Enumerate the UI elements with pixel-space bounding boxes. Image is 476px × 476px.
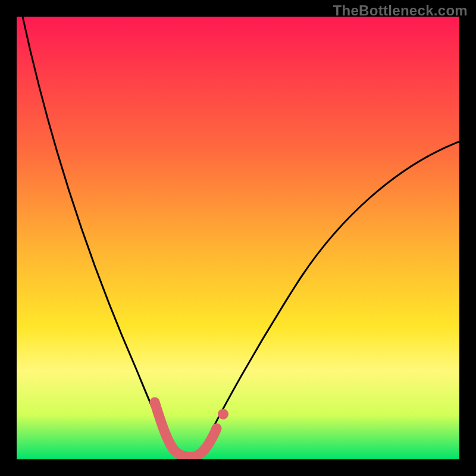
chart-frame: TheBottleneck.com [0, 0, 476, 476]
bottleneck-curve-path [23, 17, 459, 456]
bottom-highlight-path [155, 402, 217, 457]
highlight-dot-icon [218, 409, 228, 419]
curve-svg [17, 17, 459, 459]
watermark-text: TheBottleneck.com [333, 2, 468, 19]
plot-area [17, 17, 459, 459]
